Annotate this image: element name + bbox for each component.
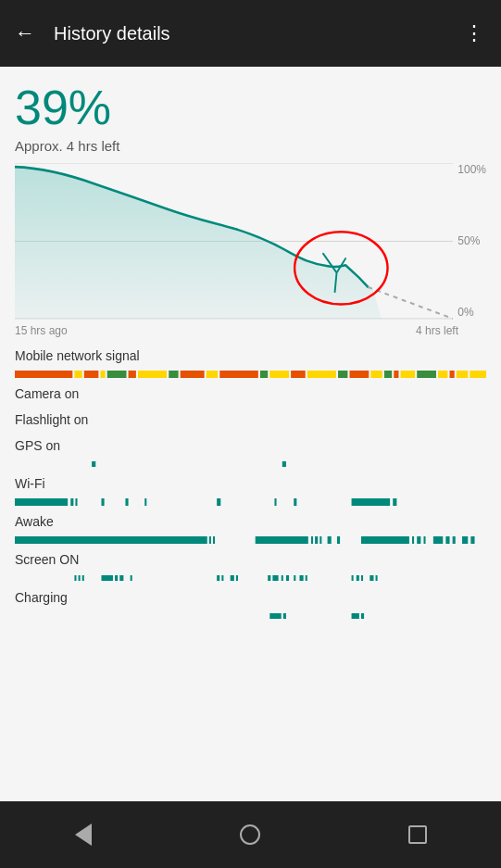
svg-rect-75 [282, 575, 283, 581]
svg-rect-65 [101, 575, 112, 581]
svg-rect-62 [74, 575, 76, 581]
svg-rect-27 [438, 371, 447, 378]
wifi-label: Wi-Fi [15, 476, 486, 491]
svg-rect-83 [369, 575, 373, 581]
svg-rect-23 [384, 371, 392, 378]
svg-rect-41 [294, 498, 296, 506]
svg-rect-63 [79, 575, 81, 581]
svg-rect-58 [445, 536, 449, 544]
svg-line-3 [368, 287, 453, 319]
svg-rect-66 [115, 575, 118, 581]
svg-rect-18 [291, 371, 306, 378]
svg-rect-17 [269, 371, 289, 378]
screen-label: Screen ON [15, 552, 486, 567]
svg-rect-77 [294, 575, 295, 581]
timeline-section: Mobile network signal [15, 348, 486, 617]
chart-y-0: 0% [457, 306, 486, 319]
back-button[interactable]: ← [15, 21, 35, 45]
svg-rect-29 [457, 371, 468, 378]
svg-rect-5 [15, 371, 72, 378]
svg-rect-25 [401, 371, 416, 378]
svg-rect-9 [107, 371, 127, 378]
svg-rect-64 [82, 575, 84, 581]
chart-y-50: 50% [457, 234, 486, 247]
chart-y-labels: 100% 50% 0% [457, 163, 486, 321]
svg-rect-57 [433, 536, 443, 544]
recent-square-icon [408, 825, 427, 844]
svg-rect-26 [417, 371, 436, 378]
camera-label: Camera on [15, 386, 486, 401]
svg-rect-30 [470, 371, 486, 378]
svg-rect-60 [462, 536, 468, 544]
battery-chart-svg [15, 163, 453, 321]
svg-rect-72 [236, 575, 238, 581]
svg-rect-53 [361, 536, 409, 544]
svg-rect-22 [370, 371, 382, 378]
svg-rect-85 [269, 613, 281, 619]
svg-rect-34 [70, 498, 73, 506]
chart-x-right: 4 hrs left [416, 324, 458, 337]
nav-back-button[interactable] [56, 807, 111, 862]
battery-chart: 100% 50% 0% [15, 163, 486, 321]
svg-rect-56 [423, 536, 425, 544]
svg-rect-46 [213, 536, 215, 544]
chart-x-labels: 15 hrs ago 4 hrs left [15, 324, 486, 337]
mobile-network-bar [15, 366, 486, 375]
svg-rect-47 [256, 536, 308, 544]
svg-rect-48 [311, 536, 313, 544]
svg-rect-49 [315, 536, 318, 544]
back-triangle-icon [75, 824, 92, 846]
svg-rect-7 [84, 371, 99, 378]
home-circle-icon [240, 824, 260, 845]
charging-bar [15, 608, 486, 617]
svg-rect-32 [282, 461, 286, 467]
svg-rect-73 [268, 575, 270, 581]
svg-rect-61 [470, 536, 474, 544]
topbar: ← History details ⋮ [0, 0, 501, 67]
svg-rect-39 [217, 498, 220, 506]
svg-rect-28 [450, 371, 455, 378]
gps-bar [15, 456, 486, 465]
nav-recent-button[interactable] [390, 807, 445, 862]
screen-bar [15, 570, 486, 579]
page-title: History details [54, 23, 464, 44]
svg-rect-69 [217, 575, 219, 581]
wifi-bar [15, 494, 486, 503]
svg-rect-8 [100, 371, 105, 378]
more-options-button[interactable]: ⋮ [464, 21, 486, 45]
chart-x-left: 15 hrs ago [15, 324, 68, 337]
battery-percentage: 39% [15, 82, 486, 134]
svg-rect-16 [260, 371, 268, 378]
svg-rect-43 [393, 498, 396, 506]
svg-rect-33 [15, 498, 68, 506]
main-content: 39% Approx. 4 hrs left 100% 50% 0% [0, 67, 501, 801]
svg-rect-45 [209, 536, 211, 544]
svg-rect-36 [101, 498, 104, 506]
nav-home-button[interactable] [222, 807, 278, 862]
svg-rect-50 [319, 536, 321, 544]
svg-rect-10 [129, 371, 136, 378]
svg-rect-67 [119, 575, 123, 581]
mobile-network-label: Mobile network signal [15, 348, 486, 363]
svg-rect-35 [75, 498, 77, 506]
svg-rect-80 [352, 575, 354, 581]
svg-rect-24 [394, 371, 398, 378]
svg-rect-42 [352, 498, 391, 506]
svg-rect-51 [328, 536, 332, 544]
chart-y-100: 100% [457, 163, 486, 176]
svg-rect-86 [283, 613, 286, 619]
svg-rect-70 [221, 575, 223, 581]
svg-rect-12 [169, 371, 178, 378]
svg-rect-88 [361, 613, 364, 619]
svg-rect-52 [337, 536, 340, 544]
svg-rect-6 [74, 371, 81, 378]
svg-rect-40 [274, 498, 276, 506]
svg-rect-68 [131, 575, 132, 581]
battery-subtitle: Approx. 4 hrs left [15, 138, 486, 154]
svg-rect-74 [272, 575, 278, 581]
svg-rect-21 [349, 371, 369, 378]
svg-rect-37 [125, 498, 128, 506]
svg-rect-82 [361, 575, 363, 581]
svg-rect-38 [144, 498, 146, 506]
bottom-nav [0, 801, 501, 868]
